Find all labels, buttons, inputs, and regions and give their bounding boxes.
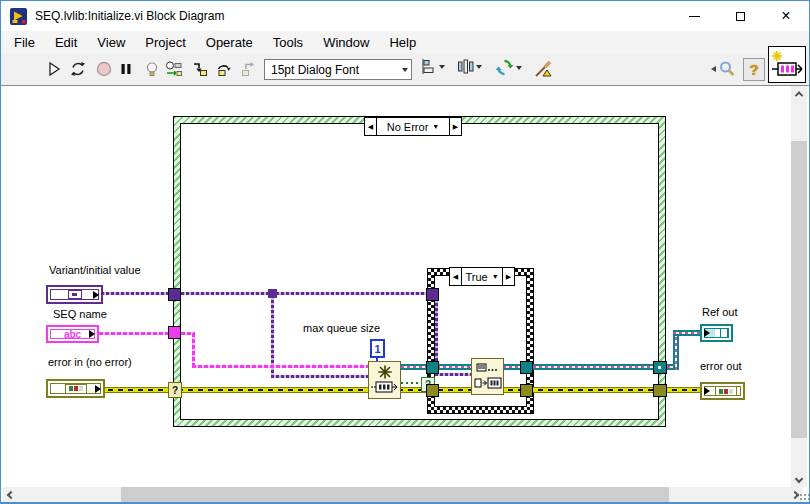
obtain-queue-icon — [370, 363, 400, 397]
seq-name-terminal[interactable]: abc — [46, 325, 99, 343]
input-arrow-icon — [704, 329, 710, 337]
scroll-up-button[interactable] — [791, 86, 807, 102]
wire-junction[interactable] — [268, 289, 277, 298]
retain-wire-values-button[interactable] — [163, 58, 185, 80]
highlight-execution-button[interactable] — [141, 58, 163, 80]
queue-refnum-wire[interactable] — [673, 332, 679, 370]
font-selector[interactable]: 15pt Dialog Font — [264, 59, 412, 80]
error-in-terminal[interactable] — [46, 379, 105, 398]
distribute-objects-button[interactable] — [457, 58, 482, 76]
tunnel-variant[interactable] — [168, 288, 181, 301]
step-over-button[interactable] — [213, 58, 235, 80]
align-objects-icon — [421, 58, 437, 76]
variant-wire[interactable] — [271, 375, 369, 378]
run-continuously-button[interactable] — [67, 58, 89, 80]
font-selector-value: 15pt Dialog Font — [271, 63, 359, 77]
close-button[interactable]: × — [763, 1, 809, 31]
help-icon: ? — [749, 61, 758, 78]
step-out-button — [237, 58, 259, 80]
tunnel-queue-out[interactable] — [653, 361, 667, 374]
case-prev-icon[interactable]: ◀ — [365, 118, 377, 135]
tunnel-queue-right[interactable] — [520, 361, 533, 374]
close-icon: × — [781, 8, 790, 24]
error-out-terminal[interactable] — [700, 382, 745, 400]
tunnel-error-right[interactable] — [520, 384, 533, 397]
refnum-page-glyph — [720, 328, 728, 338]
chevron-left-icon — [7, 491, 15, 499]
variant-initial-value-label[interactable]: Variant/initial value — [49, 264, 141, 276]
case-selector-label-outer[interactable]: ◀ No Error▼ ▶ — [364, 117, 462, 136]
variant-wire[interactable] — [101, 292, 428, 295]
boolean-wire[interactable] — [401, 382, 422, 384]
case-selector-value: No Error — [387, 121, 429, 133]
error-in-label[interactable]: error in (no error) — [48, 356, 132, 368]
tunnel-error-left[interactable] — [426, 384, 439, 397]
error-wire[interactable] — [667, 387, 701, 393]
context-help-button[interactable]: ? — [743, 58, 765, 81]
case-selector-terminal-outer[interactable]: ? — [168, 382, 182, 398]
maximize-icon — [736, 12, 745, 21]
queue-refnum-wire[interactable] — [673, 330, 701, 336]
horizontal-scroll-thumb[interactable] — [121, 487, 669, 503]
string-wire[interactable] — [192, 365, 369, 368]
step-into-button[interactable] — [189, 58, 211, 80]
max-queue-size-constant[interactable]: 1 — [370, 339, 385, 358]
clean-up-diagram-button[interactable] — [531, 58, 557, 80]
scroll-down-button[interactable] — [791, 471, 807, 487]
tunnel-queue-left[interactable] — [426, 361, 439, 374]
string-wire[interactable] — [192, 333, 195, 367]
case-selector-value: True — [465, 271, 487, 283]
menu-view[interactable]: View — [87, 33, 135, 52]
pause-button[interactable] — [115, 58, 137, 80]
run-icon — [45, 60, 63, 78]
case-dropdown-icon[interactable]: ▼ — [432, 123, 439, 130]
scroll-left-button[interactable] — [3, 487, 19, 503]
search-icon — [717, 59, 737, 79]
output-arrow-icon — [89, 330, 95, 338]
case-next-icon[interactable]: ▶ — [502, 268, 514, 285]
case-next-icon[interactable]: ▶ — [449, 118, 461, 135]
vertical-scroll-thumb[interactable] — [791, 141, 807, 438]
tunnel-string[interactable] — [168, 326, 181, 339]
obtain-queue-node[interactable] — [368, 361, 401, 399]
max-queue-size-label[interactable]: max queue size — [303, 322, 380, 334]
ref-out-label[interactable]: Ref out — [702, 306, 737, 318]
horizontal-scrollbar[interactable] — [3, 487, 803, 503]
case-prev-icon[interactable]: ◀ — [450, 268, 462, 285]
align-objects-button[interactable] — [421, 58, 445, 76]
tunnel-error-out[interactable] — [653, 384, 667, 397]
resize-grip[interactable] — [799, 493, 809, 503]
error-out-label[interactable]: error out — [700, 360, 742, 372]
enqueue-element-node[interactable] — [471, 358, 504, 395]
run-button[interactable] — [43, 58, 65, 80]
menu-help[interactable]: Help — [379, 33, 426, 52]
block-diagram-canvas[interactable]: ◀ No Error▼ ▶ ◀ True▼ ▶ — [1, 86, 791, 487]
menu-bar: File Edit View Project Operate Tools Win… — [1, 31, 809, 53]
menu-edit[interactable]: Edit — [45, 33, 87, 52]
menu-project[interactable]: Project — [135, 33, 195, 52]
menu-tools[interactable]: Tools — [263, 33, 313, 52]
enqueue-element-icon — [473, 361, 503, 393]
output-arrow-icon — [93, 291, 99, 299]
case-dropdown-icon[interactable]: ▼ — [492, 273, 499, 280]
vertical-scrollbar[interactable] — [791, 86, 807, 487]
seq-name-label[interactable]: SEQ name — [53, 308, 107, 320]
string-wire[interactable] — [99, 332, 173, 335]
tunnel-variant-inner[interactable] — [426, 288, 439, 301]
pause-icon — [117, 60, 135, 78]
variant-initial-value-terminal[interactable] — [46, 285, 103, 304]
case-selector-label-inner[interactable]: ◀ True▼ ▶ — [449, 267, 515, 286]
menu-operate[interactable]: Operate — [196, 33, 263, 52]
vi-icon[interactable] — [768, 46, 806, 83]
minimize-button[interactable] — [671, 1, 717, 31]
maximize-button[interactable] — [717, 1, 763, 31]
variant-wire[interactable] — [435, 373, 472, 376]
menu-window[interactable]: Window — [313, 33, 379, 52]
titlebar: SEQ.lvlib:Initialize.vi Block Diagram × — [1, 1, 809, 31]
reorder-objects-button[interactable] — [495, 58, 522, 77]
menu-file[interactable]: File — [4, 33, 45, 52]
search-button[interactable] — [711, 59, 737, 79]
ref-out-terminal[interactable] — [700, 324, 733, 342]
case-structure-no-error[interactable] — [173, 116, 666, 427]
output-arrow-icon — [95, 385, 101, 393]
